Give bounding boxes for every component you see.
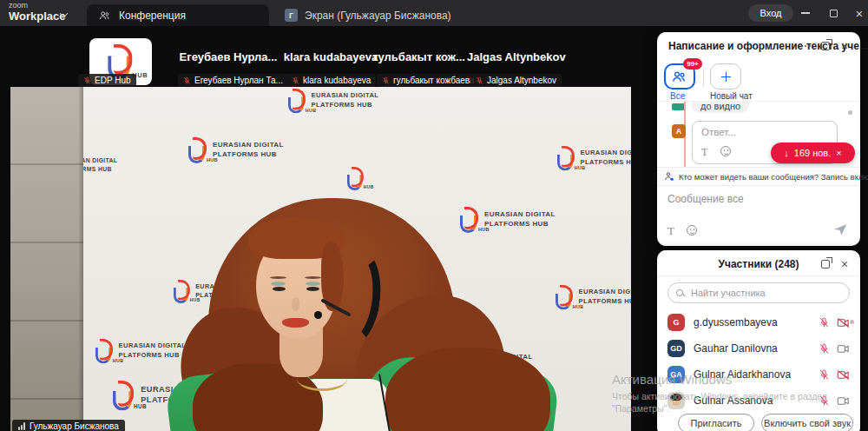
scrollbar[interactable] <box>850 320 854 324</box>
avatar: Г <box>285 9 298 22</box>
thumb-label: EDP Hub <box>78 74 136 87</box>
chat-compose[interactable]: Сообщение все T <box>657 186 860 246</box>
close-icon[interactable]: × <box>838 40 851 52</box>
eyeshadow <box>306 282 320 286</box>
minimize-button[interactable] <box>792 0 819 26</box>
speaker-name-label: Гульжауар Бисжанова <box>12 420 125 431</box>
participant-name: g.dyussembayeva <box>694 316 810 328</box>
send-icon[interactable] <box>832 222 848 236</box>
close-icon[interactable]: × <box>838 258 851 270</box>
speaker-name: Гульжауар Бисжанова <box>30 421 119 431</box>
thumb-label: Jalgas Altynbekov <box>470 74 562 87</box>
emoji-icon[interactable] <box>720 146 731 156</box>
chat-panel: Написание и оформление текста уче... × 9… <box>657 32 860 246</box>
format-text-icon[interactable]: T <box>667 224 674 238</box>
scrollbar[interactable] <box>848 110 852 115</box>
chat-notice: Кто может видеть ваши сообщения? Запись … <box>657 167 860 186</box>
video-thumb-name[interactable]: Jalgas Altynbekov <box>467 50 564 66</box>
format-text-icon[interactable]: T <box>701 146 707 159</box>
chat-tabs: 99+ Все Новый чат <box>657 58 860 102</box>
participants-header: Участники (248) × <box>657 250 860 276</box>
participant-name: Gulnar Aidarkhanova <box>694 368 810 381</box>
camera-icon[interactable] <box>837 395 850 407</box>
thumb-name: гульбакыт кожбаева <box>393 76 475 85</box>
camera-icon[interactable] <box>837 343 850 355</box>
hair <box>385 348 550 431</box>
mic-muted-icon[interactable] <box>819 395 830 407</box>
brand-zoom: zoom <box>9 2 66 10</box>
thumb-name: Jalgas Altynbekov <box>487 76 556 85</box>
emoji-icon[interactable] <box>687 225 697 235</box>
app-brand: zoom Workplace <box>9 2 66 22</box>
participant-row[interactable]: G g.dyussembayeva <box>657 309 860 335</box>
chevron-down-icon[interactable] <box>61 10 68 17</box>
tab-conference-label: Конференция <box>119 10 186 22</box>
chat-message: до видно <box>692 102 749 113</box>
headset-mic <box>314 311 322 319</box>
dismiss-icon[interactable]: × <box>836 148 841 158</box>
participant-name: Gulnar Assanova <box>694 395 810 407</box>
more-icon[interactable] <box>799 40 812 52</box>
unmute-button[interactable]: Включить свой звук <box>761 414 853 431</box>
video-thumb-name[interactable]: klara kudabayeva <box>282 50 379 66</box>
participant-row[interactable]: Gulnar Assanova <box>657 388 860 414</box>
people-icon <box>99 10 111 21</box>
chat-notice-text: Кто может видеть ваши сообщения? Запись … <box>679 172 868 182</box>
reply-placeholder: Ответ... <box>701 127 736 137</box>
thumb-name: klara kudabayeva <box>303 76 371 85</box>
audio-level-icon <box>18 422 25 430</box>
eyeshadow <box>271 282 286 286</box>
camera-icon[interactable] <box>837 317 850 328</box>
mic-muted-icon <box>292 76 299 85</box>
chat-messages[interactable]: до видно A Ответ... T ↓ 169 нов. × <box>657 102 860 167</box>
pop-out-icon[interactable] <box>819 40 832 52</box>
chat-all-label: Все <box>670 91 685 101</box>
thumb-name: Егеубаев Нурлан Та... <box>194 76 283 85</box>
title-bar: zoom Workplace Конференция Г Экран (Гуль… <box>0 0 868 26</box>
chat-header: Написание и оформление текста уче... × <box>657 32 860 58</box>
avatar: G <box>667 314 685 331</box>
participant-name: Gauhar Danilovna <box>694 342 810 355</box>
plus-icon <box>721 72 731 82</box>
tab-screen-share[interactable]: Г Экран (Гульжауар Бисжанова) <box>276 4 460 26</box>
people-icon <box>672 70 687 83</box>
mic-muted-icon[interactable] <box>819 343 830 355</box>
zoom-workplace-window: zoom Workplace Конференция Г Экран (Гуль… <box>0 0 868 431</box>
participant-row[interactable]: GA Gulnar Aidarkhanova <box>657 361 860 388</box>
mic-muted-icon[interactable] <box>819 317 830 328</box>
close-window-button[interactable]: × <box>846 0 868 26</box>
lips <box>282 318 309 328</box>
new-chat-button[interactable] <box>710 63 741 90</box>
mic-muted-icon <box>476 76 483 85</box>
thumb-name: EDP Hub <box>95 76 131 85</box>
main-video: HUBEURASIAN DIGITALPLATFORMS HUB HUBEURA… <box>10 87 631 431</box>
nose <box>292 297 299 311</box>
tab-conference[interactable]: Конференция <box>87 4 269 26</box>
pop-out-icon[interactable] <box>819 258 832 270</box>
eyebrow <box>270 276 286 279</box>
unread-badge: 99+ <box>683 58 702 70</box>
mic-muted-icon <box>183 76 191 85</box>
participant-search[interactable] <box>667 282 850 303</box>
video-thumb-name[interactable]: гульбакыт кож... <box>373 50 465 66</box>
maximize-button[interactable] <box>820 0 846 26</box>
invite-button[interactable]: Пригласить <box>678 414 754 431</box>
sign-in-button[interactable]: Вход <box>748 4 793 22</box>
thumb-label: гульбакыт кожбаева <box>377 74 480 87</box>
participant-row[interactable]: GD Gauhar Danilovna <box>657 335 860 361</box>
mic-muted-icon <box>83 76 91 85</box>
divider <box>703 69 704 86</box>
necklace <box>297 367 347 391</box>
participants-panel: Участники (248) × G g.dyussembayeva GD G… <box>657 250 860 431</box>
new-chat-label: Новый чат <box>710 91 753 101</box>
arrow-down-icon: ↓ <box>784 148 789 158</box>
video-thumb-name[interactable]: Егеубаев Нурла... <box>174 50 283 66</box>
search-icon <box>676 289 684 297</box>
new-messages-pill[interactable]: ↓ 169 нов. × <box>771 143 855 163</box>
compose-placeholder: Сообщение все <box>667 193 744 205</box>
eyebrow <box>305 276 321 279</box>
avatar: A <box>672 124 686 138</box>
search-input[interactable] <box>689 287 841 299</box>
mic-muted-icon[interactable] <box>819 369 830 381</box>
camera-icon[interactable] <box>837 369 850 381</box>
